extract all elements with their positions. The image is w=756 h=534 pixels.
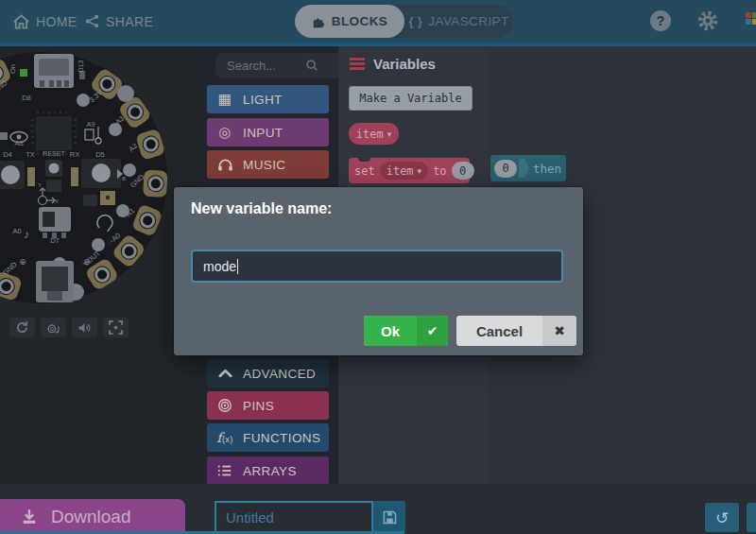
home-label: HOME — [36, 14, 77, 29]
gear-icon — [696, 9, 719, 32]
category-label: INPUT — [243, 126, 284, 140]
category-label: ARRAYS — [243, 464, 297, 478]
tab-javascript[interactable]: { } JAVASCRIPT — [404, 5, 513, 38]
check-icon: ✔ — [417, 316, 448, 346]
simulator-toolbar — [0, 318, 129, 337]
variables-icon — [350, 58, 365, 70]
microsoft-logo-icon — [746, 12, 756, 26]
cancel-label: Cancel — [456, 316, 542, 346]
button-b[interactable] — [81, 159, 123, 188]
accelerometer-chip — [46, 180, 61, 192]
capacitor — [71, 167, 78, 186]
category-label: MUSIC — [243, 158, 286, 172]
redo-button[interactable]: ↻ — [747, 503, 756, 532]
makecode-editor: HOME SHARE BLOCKS { } JAVASCRIPT ? — [0, 0, 756, 534]
share-button[interactable]: SHARE — [85, 0, 153, 43]
board-label-D8: D8 — [22, 94, 31, 102]
download-label: Download — [51, 507, 131, 527]
home-button[interactable]: HOME — [13, 0, 77, 43]
toolbox-category-advanced[interactable]: ADVANCED — [207, 359, 329, 388]
settings-button[interactable] — [696, 9, 719, 32]
blocks-tab-label: BLOCKS — [332, 14, 387, 28]
braces-icon: { } — [408, 14, 422, 28]
item-block-label: item — [356, 128, 384, 141]
search-icon — [305, 59, 318, 72]
category-label: ADVANCED — [243, 367, 316, 381]
slide-switch[interactable] — [39, 207, 71, 238]
toolbox-category-arrays[interactable]: ARRAYS — [207, 456, 329, 485]
close-icon: ✖ — [542, 316, 576, 346]
set-variable-block[interactable]: set item ▾ to 0 — [349, 158, 470, 183]
floppy-save-icon — [383, 510, 397, 525]
arrays-list-icon — [216, 464, 233, 477]
then-label: then — [533, 162, 561, 176]
variable-dropdown[interactable]: item ▾ — [380, 162, 428, 180]
share-icon — [85, 14, 99, 28]
simulator-mute-button[interactable] — [72, 318, 97, 337]
set-label: set — [354, 164, 375, 178]
simulator-panel: GND 3.3V A3 A2 GND A1 ~A0 VOUT GND — [0, 46, 203, 484]
board-label-⊖: ⊖ — [83, 257, 91, 267]
save-button[interactable] — [373, 501, 405, 533]
cancel-button[interactable]: Cancel ✖ — [456, 316, 576, 346]
simulator-restart-button[interactable] — [9, 318, 35, 337]
text-caret — [237, 259, 238, 274]
reset-button[interactable] — [45, 160, 62, 177]
flyout-title: Variables — [373, 56, 436, 72]
board-label-A9: A9 — [86, 120, 94, 129]
block-notch — [358, 158, 370, 162]
board-label-Y: Y — [38, 182, 42, 188]
board-label-D13: D13 — [77, 60, 84, 72]
flyout-header: Variables — [350, 56, 436, 72]
variable-item-block[interactable]: item ▾ — [349, 123, 399, 145]
board-label-X: X — [55, 198, 59, 204]
ok-button[interactable]: Ok ✔ — [364, 316, 448, 346]
toolbox-category-music[interactable]: MUSIC — [207, 150, 329, 179]
simulator-slow-motion-button[interactable] — [41, 318, 66, 337]
board-label-A0: A0 — [12, 227, 21, 235]
dialog-title: New variable name: — [191, 200, 332, 217]
board-label-D5: D5 — [95, 150, 105, 159]
value-input-oval[interactable]: 0 — [452, 162, 474, 180]
variable-name-value: mode — [203, 259, 236, 274]
bottom-bar: Download ↺ ↻ — [0, 484, 756, 534]
download-icon — [21, 508, 38, 525]
dropdown-caret-icon: ▾ — [387, 129, 392, 139]
pad-GND[interactable] — [143, 170, 167, 198]
ok-label: Ok — [364, 316, 417, 346]
simulator-fullscreen-button[interactable] — [103, 318, 129, 337]
make-variable-button[interactable]: Make a Variable — [349, 86, 472, 111]
board-label-TX: TX — [26, 150, 35, 159]
chevron-up-icon — [216, 369, 233, 378]
variable-name-input[interactable]: mode — [191, 250, 563, 283]
board-label-RESET: RESET — [43, 150, 65, 157]
toolbox-category-functions[interactable]: f(x)FUNCTIONS — [207, 423, 329, 452]
if-block-fragment[interactable]: 0 then — [490, 155, 566, 181]
top-menubar: HOME SHARE BLOCKS { } JAVASCRIPT ? — [0, 0, 756, 43]
project-name-input[interactable] — [215, 501, 373, 533]
to-label: to — [433, 164, 446, 178]
tab-blocks[interactable]: BLOCKS — [295, 5, 404, 38]
button-a[interactable] — [0, 161, 25, 189]
category-label: LIGHT — [243, 93, 283, 107]
category-label: FUNCTIONS — [243, 431, 320, 445]
puzzle-icon — [312, 15, 325, 28]
condition-slot — [519, 159, 529, 178]
new-variable-dialog: New variable name: mode Ok ✔ Cancel ✖ — [174, 187, 583, 355]
condition-value-oval[interactable]: 0 — [494, 160, 517, 178]
board-label-D7: D7 — [50, 236, 60, 245]
help-button[interactable]: ? — [650, 10, 671, 31]
home-icon — [13, 14, 29, 29]
share-label: SHARE — [106, 14, 153, 29]
toolbox-category-pins[interactable]: PINS — [207, 391, 329, 420]
ic-chip — [83, 195, 97, 206]
toolbox-category-light[interactable]: ▦LIGHT — [207, 85, 329, 113]
javascript-tab-label: JAVASCRIPT — [428, 14, 508, 28]
input-dial-icon: ◎ — [216, 124, 233, 141]
board-label-A8: A8 — [14, 139, 23, 147]
download-button[interactable]: Download — [0, 499, 185, 534]
board-label-On: On — [9, 64, 17, 74]
undo-button[interactable]: ↺ — [705, 503, 739, 532]
toolbox-category-input[interactable]: ◎INPUT — [207, 118, 329, 146]
question-icon: ? — [657, 13, 665, 28]
